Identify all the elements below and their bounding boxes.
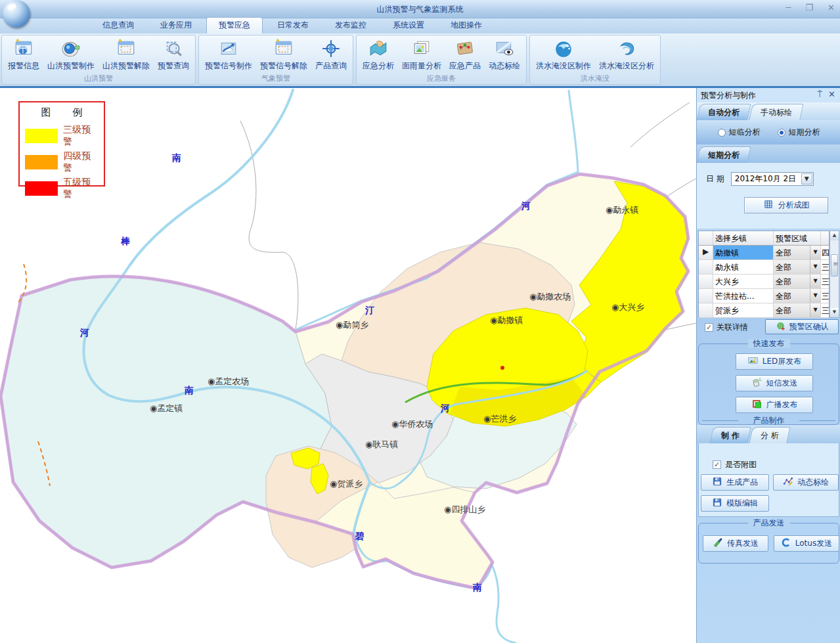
region-dropdown[interactable]: 全部▼ (774, 289, 821, 303)
date-label: 日 期 (706, 173, 724, 185)
ribbon-button-预警查询[interactable]: 预警查询 (154, 36, 193, 74)
menu-tab-1[interactable]: 信息查询 (91, 18, 146, 33)
col-region-header[interactable]: 预警区域 (774, 231, 821, 245)
radio-dot[interactable] (778, 129, 785, 137)
menu-tab-6[interactable]: 系统设置 (381, 18, 436, 33)
region-dropdown[interactable]: 全部▼ (774, 303, 821, 317)
scroll-thumb[interactable] (831, 254, 838, 277)
led-screen-icon (747, 355, 759, 368)
quick-publish-button-LED屏发布[interactable]: LED屏发布 (736, 353, 813, 370)
lotus-icon (781, 537, 791, 550)
ribbon-button-洪水淹没区分析[interactable]: 洪水淹没区分析 (595, 36, 658, 74)
menu-tab-4[interactable]: 日常发布 (265, 18, 321, 33)
table-scrollbar[interactable]: ▲ ▼ (829, 231, 839, 318)
table-row[interactable]: 芒洪拉祜... 全部▼ 三 (699, 289, 829, 303)
township-table: 选择乡镇 预警区域 ▶ 勐撒镇 全部▼ 四 勐永镇 全部▼ 三 大兴乡 全部▼ … (698, 231, 829, 318)
ribbon-button-报警信息[interactable]: 报警信息 (4, 36, 43, 74)
col-town-header[interactable]: 选择乡镇 (713, 231, 774, 245)
minimize-button[interactable]: ─ (786, 3, 791, 12)
ribbon-button-山洪预警制作[interactable]: 山洪预警制作 (43, 36, 99, 74)
radio-2[interactable]: 短期分析 (778, 127, 820, 138)
chevron-down-icon[interactable]: ▼ (810, 246, 820, 259)
ribbon-button-应急分析[interactable]: 应急分析 (359, 36, 398, 74)
town-cell[interactable]: 勐永镇 (713, 260, 774, 274)
menu-tab-7[interactable]: 地图操作 (439, 18, 494, 33)
ribbon-button-山洪预警解除[interactable]: 山洪预警解除 (99, 36, 154, 74)
close-icon[interactable]: ✕ (828, 89, 835, 99)
legend-label: 四级预警 (63, 150, 99, 174)
scroll-up-icon[interactable]: ▲ (830, 231, 839, 240)
row-selector[interactable] (699, 275, 713, 288)
admin-boundary-line (240, 121, 298, 330)
ribbon-button-预警信号解除[interactable]: 预警信号解除 (256, 36, 311, 74)
row-selector[interactable] (699, 303, 713, 317)
radio-1[interactable]: 短临分析 (718, 127, 761, 138)
chevron-down-icon[interactable]: ▼ (810, 303, 820, 317)
product-make-tab-2[interactable]: 分 析 (749, 427, 791, 443)
ribbon-button-label: 动态标绘 (489, 60, 520, 72)
river-label: 河 (440, 403, 450, 413)
analyze-map-button[interactable]: 分析成图 (744, 197, 828, 213)
table-row[interactable]: 勐永镇 全部▼ 三 (699, 260, 829, 275)
row-selector[interactable]: ▶ (699, 246, 713, 259)
menu-tab-5[interactable]: 发布监控 (323, 18, 378, 33)
product-send-button-传真发送[interactable]: 传真发送 (703, 535, 768, 552)
town-cell[interactable]: 勐撒镇 (713, 246, 774, 259)
maximize-button[interactable]: ❐ (805, 3, 813, 12)
table-row[interactable]: 贺派乡 全部▼ 三 (699, 303, 829, 318)
chevron-down-icon[interactable]: ▼ (810, 260, 820, 274)
detail-checkbox[interactable]: ✓ (705, 323, 713, 332)
legend-swatch (25, 181, 58, 196)
ribbon-button-洪水淹没区制作[interactable]: 洪水淹没区制作 (532, 36, 595, 74)
date-combobox[interactable]: 2012年10月 2日 ▼ (731, 172, 814, 186)
town-cell[interactable]: 贺派乡 (713, 303, 774, 317)
ribbon-button-面雨量分析[interactable]: 面雨量分析 (398, 36, 445, 74)
globe-plus-icon (776, 321, 786, 333)
product-make-button-动态标绘[interactable]: 动态标绘 (773, 474, 839, 491)
product-make-tab-1[interactable]: 制 作 (709, 427, 751, 443)
chevron-down-icon[interactable]: ▼ (810, 275, 820, 288)
radio-dot[interactable] (718, 129, 726, 137)
table-row[interactable]: ▶ 勐撒镇 全部▼ 四 (699, 246, 829, 260)
pin-icon[interactable]: ⍑ (817, 89, 822, 100)
product-make-button-模版编辑[interactable]: 模版编辑 (701, 495, 769, 512)
close-button[interactable]: ✕ (828, 3, 835, 12)
legend-item: 四级预警 (25, 150, 99, 174)
row-selector[interactable] (699, 289, 713, 303)
warning-analysis-panel: 预警分析与制作 ⍑ ✕ 自动分析手动标绘 短临分析短期分析 短期分析 日 期 2… (696, 88, 840, 643)
row-selector[interactable] (699, 260, 713, 274)
quick-publish-button-短信发送[interactable]: 短信发送 (736, 375, 813, 391)
signal-make-icon (219, 37, 238, 60)
warning-zone-confirm-button[interactable]: 预警区确认 (765, 319, 839, 334)
quick-publish-button-广播发布[interactable]: 广播发布 (736, 397, 813, 413)
product-send-button-Lotus发送[interactable]: Lotus发送 (774, 535, 839, 552)
ribbon-button-动态标绘[interactable]: 动态标绘 (485, 36, 524, 74)
panel-tab-1[interactable]: 自动分析 (696, 104, 751, 120)
region-dropdown[interactable]: 全部▼ (774, 260, 821, 274)
region-dropdown[interactable]: 全部▼ (774, 275, 821, 288)
ribbon-button-产品查询[interactable]: 产品查询 (311, 36, 351, 74)
menu-tab-2[interactable]: 业务应用 (148, 18, 204, 33)
town-cell[interactable]: 芒洪拉祜... (713, 289, 774, 303)
ribbon-button-预警信号制作[interactable]: 预警信号制作 (201, 36, 256, 74)
tab-short-term[interactable]: 短期分析 (696, 146, 751, 163)
town-label-勐撒农场: ◉勐撒农场 (529, 292, 571, 301)
menu-tab-3[interactable]: 预警应急 (206, 17, 263, 33)
alarm-window-icon (14, 37, 33, 60)
attach-checkbox[interactable]: ✓ (713, 460, 721, 469)
detail-checkbox-label: 关联详情 (717, 322, 748, 333)
ribbon-button-label: 洪水淹没区制作 (536, 60, 591, 72)
chevron-down-icon[interactable]: ▼ (810, 289, 820, 303)
sms-icon (751, 377, 763, 390)
table-row[interactable]: 大兴乡 全部▼ 三 (699, 275, 829, 289)
scroll-down-icon[interactable]: ▼ (830, 308, 839, 317)
ribbon-button-应急产品[interactable]: 应急产品 (445, 36, 485, 74)
product-make-button-生成产品[interactable]: 生成产品 (701, 474, 769, 491)
map-area[interactable]: ◉勐永镇◉勐撒农场◉大兴乡◉勐撒镇◉勐简乡◉孟定农场◉孟定镇◉华侨农场◉耿马镇◉… (0, 88, 696, 643)
town-cell[interactable]: 大兴乡 (713, 275, 774, 288)
panel-tab-2[interactable]: 手动标绘 (749, 104, 803, 120)
title-bar: 山洪预警与气象监测系统 ─❐✕ (0, 0, 840, 18)
region-dropdown[interactable]: 全部▼ (774, 246, 821, 259)
chevron-down-icon[interactable]: ▼ (801, 173, 812, 185)
level-cell: 三 (821, 303, 829, 317)
